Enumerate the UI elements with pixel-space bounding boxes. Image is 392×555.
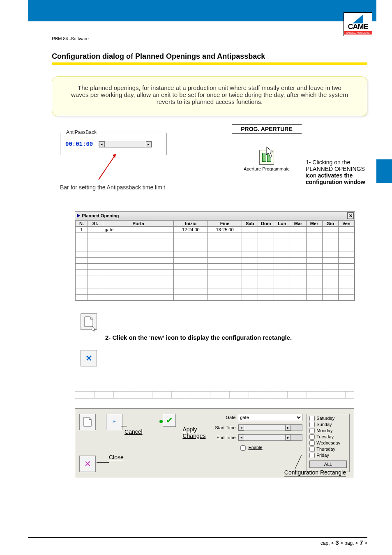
cell-ven — [338, 239, 354, 245]
table-row[interactable]: 1gate12:24:0013:25:00 — [76, 226, 355, 233]
close-label: Close — [109, 454, 124, 461]
svg-marker-7 — [89, 417, 92, 420]
cell-n: 1 — [76, 226, 88, 233]
cell-ven — [338, 263, 354, 269]
cell-ven — [338, 233, 354, 239]
scroll-left-icon[interactable]: ◂ — [238, 435, 244, 440]
end-time-slider[interactable]: ◂ ▸ — [238, 434, 302, 441]
day-checkbox-sunday[interactable] — [309, 422, 315, 427]
cursor-icon — [92, 326, 101, 338]
cell-inizio — [174, 294, 208, 300]
table-row[interactable] — [76, 239, 355, 245]
day-label: Thursday — [316, 447, 335, 451]
cell-porta — [103, 263, 174, 269]
close-x-icon: ✕ — [84, 459, 91, 469]
brand-logo: CAME CANCELLI AUTOMATICI — [344, 12, 372, 36]
table-row[interactable] — [76, 245, 355, 251]
col-st: St. — [88, 220, 103, 226]
scroll-right-icon[interactable]: ▸ — [146, 141, 152, 147]
close-icon[interactable]: ✕ — [347, 212, 354, 219]
configuration-rectangle: ✂ Cancel ✕ Close ✔ Apply Changes — [75, 408, 354, 478]
new-button[interactable] — [81, 313, 97, 330]
logo-triangle-icon — [353, 14, 363, 23]
delete-x-icon: ✕ — [85, 353, 92, 363]
cell-porta — [103, 282, 174, 288]
cursor-icon — [266, 147, 283, 167]
cell-sab — [242, 257, 258, 263]
cell-sab — [242, 294, 258, 300]
scroll-right-icon[interactable]: ▸ — [285, 435, 291, 440]
day-checkbox-saturday[interactable] — [309, 416, 315, 421]
apply-label: Apply Changes — [182, 426, 215, 439]
cell-porta — [103, 245, 174, 251]
cell-n — [76, 251, 88, 257]
table-row[interactable] — [76, 257, 355, 263]
delete-button[interactable]: ✕ — [81, 350, 97, 366]
cell-fine — [208, 263, 242, 269]
cell-ven — [338, 226, 354, 233]
scroll-left-icon[interactable]: ◂ — [238, 425, 244, 431]
scroll-right-icon[interactable]: ▸ — [285, 425, 291, 431]
cell-st — [88, 276, 103, 282]
window-title-text: Planned Opening — [82, 213, 119, 218]
start-time-slider[interactable]: ◂ ▸ — [238, 424, 302, 431]
cell-lun — [274, 251, 290, 257]
page-title: Configuration dialog of Planned Openings… — [52, 52, 367, 61]
day-label: Tuesday — [316, 434, 334, 439]
cell-dom — [258, 276, 274, 282]
table-row[interactable] — [76, 263, 355, 269]
cell-sab — [242, 239, 258, 245]
window-title-icon — [77, 214, 80, 218]
cell-lun — [274, 282, 290, 288]
day-checkbox-monday[interactable] — [309, 428, 315, 433]
antipassback-slider[interactable]: ◂ ▸ — [99, 141, 152, 147]
cell-fine: 13:25:00 — [208, 226, 242, 233]
table-row[interactable] — [76, 251, 355, 257]
all-days-button[interactable]: ALL — [309, 461, 347, 468]
checkmark-icon: ✔ — [166, 415, 173, 425]
cell-n — [76, 288, 88, 294]
cell-fine — [208, 257, 242, 263]
cell-inizio — [174, 251, 208, 257]
cancel-button[interactable]: ✂ — [106, 414, 122, 430]
day-checkbox-wednesday[interactable] — [309, 440, 315, 446]
table-row[interactable] — [76, 276, 355, 282]
cell-fine — [208, 282, 242, 288]
callout-arrow-icon — [95, 151, 119, 180]
table-row[interactable] — [76, 288, 355, 294]
cell-lun — [274, 288, 290, 294]
cell-lun — [274, 269, 290, 276]
side-blue-tab — [376, 159, 392, 183]
cell-sab — [242, 288, 258, 294]
cell-mar — [290, 263, 306, 269]
table-row[interactable] — [76, 282, 355, 288]
cell-mer — [306, 233, 322, 239]
svg-line-0 — [99, 154, 116, 180]
cell-sab — [242, 269, 258, 276]
table-row[interactable] — [76, 233, 355, 239]
scroll-left-icon[interactable]: ◂ — [99, 141, 105, 147]
table-row[interactable] — [76, 269, 355, 276]
slider-track[interactable] — [105, 141, 146, 147]
cell-ven — [338, 288, 354, 294]
day-checkbox-friday[interactable] — [309, 453, 315, 458]
day-checkbox-tuesday[interactable] — [309, 434, 315, 440]
col-ven: Ven — [338, 220, 354, 226]
new-button[interactable] — [79, 414, 96, 430]
day-checkbox-thursday[interactable] — [309, 447, 315, 452]
day-row: Monday — [309, 428, 347, 433]
cell-dom — [258, 294, 274, 300]
cell-mar — [290, 245, 306, 251]
enable-checkbox[interactable] — [240, 445, 246, 451]
cell-sab — [242, 276, 258, 282]
cell-lun — [274, 233, 290, 239]
svg-marker-2 — [266, 147, 273, 157]
table-row[interactable] — [76, 294, 355, 300]
cell-gio — [322, 245, 338, 251]
close-button[interactable]: ✕ — [79, 456, 96, 472]
cell-inizio — [174, 233, 208, 239]
col-gio: Gio — [322, 220, 338, 226]
apply-button[interactable]: ✔ — [163, 414, 176, 427]
gate-select[interactable]: gate — [238, 414, 302, 421]
cell-inizio — [174, 282, 208, 288]
